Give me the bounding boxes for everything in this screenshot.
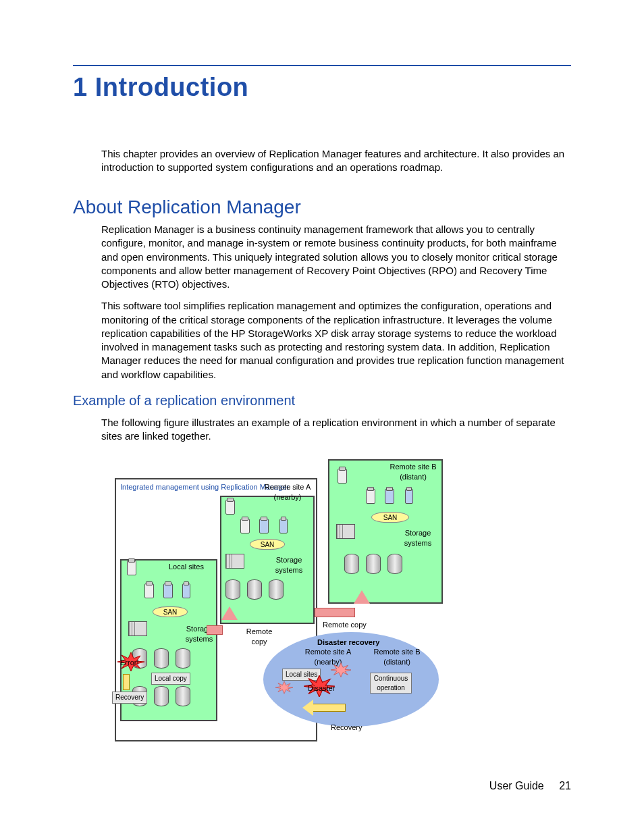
starburst-icon — [275, 681, 293, 694]
server-icon — [338, 469, 347, 484]
storage-systems-a: Storage systems — [270, 555, 308, 575]
recovery-label-left: Recovery — [112, 692, 147, 704]
arrow-head-icon — [302, 700, 313, 716]
cylinder-icon — [176, 648, 190, 669]
server-icon — [240, 519, 250, 533]
remote-a-sub: (nearby) — [274, 493, 302, 501]
subsection-heading-example: Example of a replication environment — [73, 392, 295, 410]
local-sites-label: Local sites — [169, 562, 204, 572]
section-heading-about: About Replication Manager — [73, 194, 301, 220]
about-p1: Replication Manager is a business contin… — [101, 223, 571, 291]
chapter-number: 1 — [73, 73, 88, 101]
remote-b-sub: (distant) — [400, 473, 427, 481]
chapter-title: Introduction — [95, 73, 249, 101]
server-icon — [259, 519, 269, 533]
chapter-heading: 1 Introduction — [73, 70, 248, 105]
cylinder-icon — [366, 554, 381, 574]
arrow-head-icon — [221, 606, 238, 620]
server-icon — [279, 519, 288, 533]
remote-copy-label-short: Remote copy — [244, 627, 274, 647]
remote-b-label: Remote site B (distant) — [386, 462, 440, 482]
about-p2: This software tool simplifies replicatio… — [101, 299, 571, 382]
footer-doc: User Guide — [489, 780, 544, 791]
cylinder-icon — [225, 579, 240, 600]
server-icon — [163, 583, 173, 598]
server-icon — [127, 561, 136, 575]
local-copy-label: Local copy — [151, 673, 190, 685]
remote-copy-label: Remote copy — [323, 620, 367, 630]
cylinder-icon — [344, 554, 359, 574]
cylinder-icon — [154, 686, 169, 706]
rack-icon — [225, 554, 244, 569]
arrow-icon — [312, 704, 346, 712]
server-icon — [366, 489, 375, 504]
storage-systems-b: Storage systems — [398, 528, 437, 548]
dr-remote-b-label: Remote site B (distant) — [370, 647, 424, 667]
rack-icon — [128, 621, 147, 636]
remote-a-label: Remote site A (nearby) — [261, 482, 315, 502]
svg-marker-3 — [275, 681, 293, 694]
san-label-local: SAN — [153, 606, 188, 617]
arrow-head-icon — [354, 590, 370, 604]
figure-replication-environment: Integrated management using Replication … — [115, 459, 452, 743]
dr-title: Disaster recovery — [317, 637, 379, 648]
rack-icon — [336, 524, 355, 539]
arrow-icon — [123, 674, 130, 690]
remote-a-name: Remote site A — [265, 483, 311, 491]
server-icon — [144, 583, 154, 598]
server-icon — [225, 500, 235, 515]
arrow-icon — [315, 608, 355, 617]
error-label: Error! — [120, 658, 139, 668]
remote-b-name: Remote site B — [390, 463, 436, 471]
server-icon — [182, 583, 190, 598]
starburst-icon — [331, 662, 351, 678]
cylinder-icon — [269, 579, 284, 600]
footer-page: 21 — [559, 780, 571, 791]
page-footer: User Guide 21 — [489, 779, 571, 793]
continuous-op-label: Continuous operation — [370, 673, 412, 694]
cylinder-icon — [247, 579, 262, 600]
arrow-icon — [207, 625, 223, 635]
san-label-b: SAN — [371, 512, 409, 523]
section-body-about: Replication Manager is a business contin… — [101, 223, 571, 390]
server-icon — [405, 489, 413, 504]
chapter-intro: This chapter provides an overview of Rep… — [101, 147, 571, 175]
svg-marker-2 — [331, 663, 351, 677]
server-icon — [385, 489, 394, 504]
cylinder-icon — [176, 686, 190, 706]
top-rule — [73, 65, 571, 66]
cylinder-icon — [387, 554, 402, 574]
dr-recovery-label: Recovery — [331, 723, 362, 733]
subsection-body-example: The following figure illustrates an exam… — [101, 416, 571, 444]
san-label-a: SAN — [250, 539, 285, 550]
cylinder-icon — [154, 648, 169, 669]
disaster-label: Disaster — [308, 683, 335, 694]
